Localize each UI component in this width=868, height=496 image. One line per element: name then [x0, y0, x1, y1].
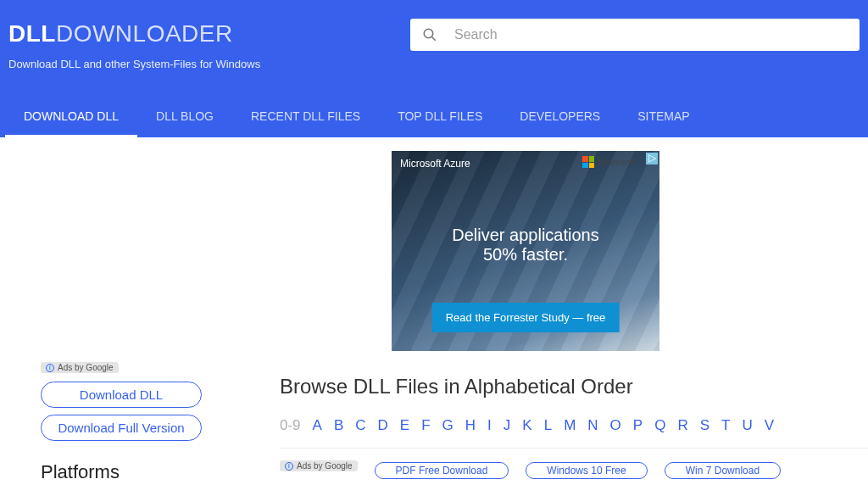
nav-developers[interactable]: DEVELOPERS — [501, 99, 619, 137]
alpha-letter[interactable]: V — [765, 417, 774, 434]
alpha-letter[interactable]: U — [742, 417, 752, 434]
alpha-letter[interactable]: J — [504, 417, 511, 434]
ad-link-win7[interactable]: Win 7 Download — [665, 462, 781, 479]
search-input[interactable] — [454, 27, 848, 42]
alpha-letter[interactable]: G — [442, 417, 453, 434]
download-dll-button[interactable]: Download DLL — [41, 382, 202, 408]
search-container — [410, 19, 860, 51]
alpha-letter[interactable]: L — [544, 417, 552, 434]
alphabet-nav: 0-9 A B C D E F G H I J K L M N O P Q R … — [280, 417, 868, 449]
info-icon: i — [46, 364, 54, 372]
search-icon — [422, 27, 437, 42]
alpha-letter[interactable]: C — [355, 417, 365, 434]
search-box[interactable] — [410, 19, 860, 51]
alpha-letter[interactable]: D — [378, 417, 388, 434]
ad-link-pdf[interactable]: PDF Free Download — [375, 462, 509, 479]
tagline: Download DLL and other System-Files for … — [8, 58, 410, 70]
alpha-0-9[interactable]: 0-9 — [280, 417, 301, 434]
nav-download-dll[interactable]: DOWNLOAD DLL — [5, 99, 137, 137]
logo-area: DLLDOWNLOADER Download DLL and other Sys… — [8, 15, 410, 70]
alpha-letter[interactable]: B — [334, 417, 343, 434]
ad-cta-button[interactable]: Read the Forrester Study — free — [432, 303, 620, 332]
ad-banner[interactable]: Microsoft Azure Microsoft ▷ Deliver appl… — [392, 151, 659, 351]
nav-top-dll[interactable]: TOP DLL FILES — [379, 99, 501, 137]
alpha-letter[interactable]: N — [587, 417, 598, 434]
site-logo[interactable]: DLLDOWNLOADER — [8, 20, 410, 47]
alpha-letter[interactable]: E — [400, 417, 409, 434]
ad-link-win10[interactable]: Windows 10 Free — [526, 462, 647, 479]
alpha-letter[interactable]: F — [421, 417, 430, 434]
alpha-letter[interactable]: A — [313, 417, 322, 434]
alpha-letter[interactable]: P — [633, 417, 643, 434]
alpha-letter[interactable]: S — [700, 417, 709, 434]
ads-by-google-label[interactable]: iAds by Google — [41, 362, 119, 373]
nav-dll-blog[interactable]: DLL BLOG — [137, 99, 232, 137]
alpha-letter[interactable]: T — [721, 417, 730, 434]
main-nav: DOWNLOAD DLL DLL BLOG RECENT DLL FILES T… — [0, 99, 868, 137]
alpha-letter[interactable]: O — [610, 417, 621, 434]
alpha-letter[interactable]: Q — [654, 417, 665, 434]
nav-sitemap[interactable]: SITEMAP — [619, 99, 708, 137]
sidebar: iAds by Google Download DLL Download Ful… — [0, 137, 280, 483]
svg-point-0 — [424, 29, 433, 38]
alpha-letter[interactable]: K — [522, 417, 531, 434]
alpha-letter[interactable]: I — [487, 417, 492, 434]
microsoft-logo-icon — [582, 156, 594, 168]
ad-headline: Deliver applications50% faster. — [392, 226, 659, 265]
main-content: Microsoft Azure Microsoft ▷ Deliver appl… — [280, 137, 868, 483]
nav-recent-dll[interactable]: RECENT DLL FILES — [232, 99, 379, 137]
alpha-letter[interactable]: R — [677, 417, 687, 434]
ads-by-google-label[interactable]: iAds by Google — [280, 460, 358, 471]
info-icon: i — [285, 462, 293, 471]
ad-brand-left: Microsoft Azure — [400, 158, 470, 170]
header: DLLDOWNLOADER Download DLL and other Sys… — [0, 0, 868, 137]
alpha-letter[interactable]: M — [564, 417, 576, 434]
bottom-ads-row: iAds by Google PDF Free Download Windows… — [280, 460, 868, 480]
ad-close-icon[interactable]: ▷ — [646, 153, 658, 164]
download-full-version-button[interactable]: Download Full Version — [41, 415, 202, 441]
browse-heading: Browse DLL Files in Alphabetical Order — [280, 375, 868, 398]
svg-line-1 — [431, 36, 436, 41]
alpha-letter[interactable]: H — [465, 417, 476, 434]
ad-brand-right: Microsoft — [582, 156, 636, 168]
platforms-heading: Platforms — [41, 461, 263, 483]
